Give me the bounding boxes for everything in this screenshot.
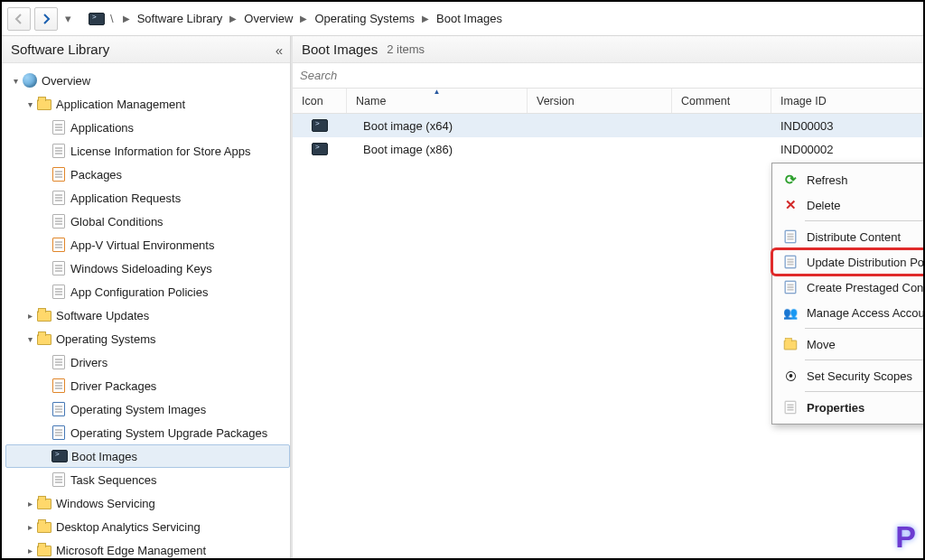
tree-item-label: Packages	[70, 168, 122, 182]
menu-item-label: Properties	[807, 401, 925, 415]
row-name: Boot image (x86)	[347, 143, 528, 156]
tree-item-icon	[36, 518, 52, 535]
tree-item[interactable]: License Information for Store Apps	[5, 139, 290, 163]
sort-ascending-icon: ▲	[434, 88, 441, 96]
menu-separator	[805, 391, 925, 392]
tree-item[interactable]: ▸Microsoft Edge Management	[5, 538, 290, 558]
tree-item[interactable]: App-V Virtual Environments	[5, 233, 290, 257]
context-menu: ⟳RefreshF5✕DeleteDeleteDistribute Conten…	[771, 163, 925, 425]
move-icon	[780, 335, 801, 353]
menu-item[interactable]: ⟳RefreshF5	[772, 167, 925, 192]
tree-item[interactable]: Windows Sideloading Keys	[5, 257, 290, 280]
menu-item[interactable]: ⦿Set Security Scopes	[772, 363, 925, 388]
tree-item-label: Software Updates	[56, 309, 149, 322]
expander-icon[interactable]: ▸	[23, 499, 36, 509]
tree-item-label: Operating System Upgrade Packages	[70, 426, 267, 440]
content-title: Boot Images	[302, 42, 378, 57]
tree-item-icon	[51, 448, 68, 464]
tree-item-label: App Configuration Policies	[70, 285, 208, 299]
expander-icon[interactable]: ▸	[23, 311, 36, 321]
tree-item-label: Boot Images	[71, 450, 137, 463]
menu-item[interactable]: Move	[772, 331, 925, 357]
column-comment[interactable]: Comment	[672, 89, 771, 113]
tree-item-label: License Information for Store Apps	[70, 145, 250, 158]
expander-icon[interactable]: ▾	[9, 76, 22, 86]
breadcrumb-item[interactable]: Overview	[244, 12, 293, 25]
tree-item-icon	[22, 72, 38, 89]
tree-item-label: Operating Systems	[56, 332, 156, 346]
tree-item[interactable]: ▸Desktop Analytics Servicing	[5, 515, 290, 538]
tree-item-label: Microsoft Edge Management	[56, 544, 206, 557]
tree-item[interactable]: Application Requests	[5, 186, 290, 210]
menu-item[interactable]: 👥Manage Access Accounts	[772, 300, 925, 325]
menu-item[interactable]: ✕DeleteDelete	[772, 192, 925, 218]
tree-item-icon	[36, 307, 52, 323]
forward-button[interactable]	[34, 7, 58, 31]
menu-item[interactable]: Create Prestaged Content File	[772, 275, 925, 300]
expander-icon[interactable]: ▾	[23, 334, 36, 344]
tree-item[interactable]: ▸Windows Servicing	[5, 491, 290, 515]
menu-item[interactable]: Update Distribution Points	[772, 249, 925, 275]
tree-item[interactable]: ▾Operating Systems	[5, 327, 290, 350]
tree-item[interactable]: App Configuration Policies	[5, 280, 290, 303]
row-name: Boot image (x64)	[347, 119, 528, 133]
search-input[interactable]	[298, 68, 918, 83]
tree-item-label: Overview	[42, 74, 90, 88]
tree-item[interactable]: ▾Overview	[5, 69, 290, 92]
tree-item[interactable]: Operating System Upgrade Packages	[5, 421, 290, 444]
tree-item[interactable]: Task Sequences	[5, 468, 290, 491]
tree-item-icon	[36, 331, 52, 347]
tree-item[interactable]: Operating System Images	[5, 397, 290, 421]
breadcrumb-item[interactable]: Software Library	[137, 12, 223, 25]
tree-item-icon	[51, 143, 67, 159]
breadcrumb: ▶ Software Library ▶ Overview ▶ Operatin…	[123, 12, 502, 25]
search-box	[293, 63, 923, 89]
breadcrumb-root-icon[interactable]	[87, 9, 107, 29]
column-name-label: Name	[356, 95, 386, 107]
item-count: 2 items	[387, 42, 425, 56]
tree-item[interactable]: ▾Application Management	[5, 92, 290, 116]
column-headers: Icon Name ▲ Version Comment Image ID	[293, 89, 923, 114]
breadcrumb-item[interactable]: Boot Images	[436, 12, 502, 25]
column-icon[interactable]: Icon	[293, 89, 347, 113]
tree-item-label: Operating System Images	[70, 403, 206, 416]
arrow-left-icon	[13, 13, 25, 25]
menu-item-label: Update Distribution Points	[807, 256, 925, 269]
tree-item[interactable]: Packages	[5, 163, 290, 186]
tree-item-icon	[51, 190, 67, 206]
tree-item-icon	[36, 542, 52, 558]
tree-item-label: Drivers	[70, 356, 107, 369]
menu-item-label: Distribute Content	[807, 230, 925, 244]
expander-icon[interactable]: ▸	[23, 522, 36, 532]
tree-item-label: App-V Virtual Environments	[70, 238, 214, 252]
tree-item[interactable]: Driver Packages	[5, 374, 290, 397]
column-name[interactable]: Name ▲	[347, 89, 528, 113]
tree-item[interactable]: Applications	[5, 116, 290, 139]
menu-item-label: Delete	[807, 199, 925, 212]
back-button[interactable]	[7, 7, 31, 31]
breadcrumb-item[interactable]: Operating Systems	[314, 12, 415, 25]
tree-item[interactable]: ▸Software Updates	[5, 303, 290, 327]
tree-item-label: Driver Packages	[70, 379, 156, 393]
tree-item[interactable]: Global Conditions	[5, 210, 290, 233]
tree-item-icon	[51, 119, 67, 135]
menu-separator	[805, 220, 925, 221]
column-imageid[interactable]: Image ID	[771, 89, 923, 113]
upd-icon	[780, 253, 801, 271]
app-window: ▾ \ ▶ Software Library ▶ Overview ▶ Oper…	[0, 0, 925, 560]
column-version[interactable]: Version	[528, 89, 672, 113]
tree-item[interactable]: Boot Images	[5, 444, 290, 468]
tree-item[interactable]: Drivers	[5, 350, 290, 374]
expander-icon[interactable]: ▸	[23, 546, 36, 555]
acc-icon: 👥	[780, 303, 801, 322]
tree-item-label: Windows Servicing	[56, 497, 155, 510]
menu-item-label: Manage Access Accounts	[807, 306, 925, 320]
menu-item[interactable]: Properties	[772, 395, 925, 420]
menu-item[interactable]: Distribute Content	[772, 224, 925, 249]
history-dropdown[interactable]: ▾	[61, 7, 74, 31]
table-row[interactable]: Boot image (x86)IND00002	[293, 137, 923, 161]
expander-icon[interactable]: ▾	[23, 99, 36, 109]
collapse-sidebar-icon[interactable]: «	[276, 42, 283, 58]
table-row[interactable]: Boot image (x64)IND00003	[293, 114, 923, 137]
menu-separator	[805, 359, 925, 360]
